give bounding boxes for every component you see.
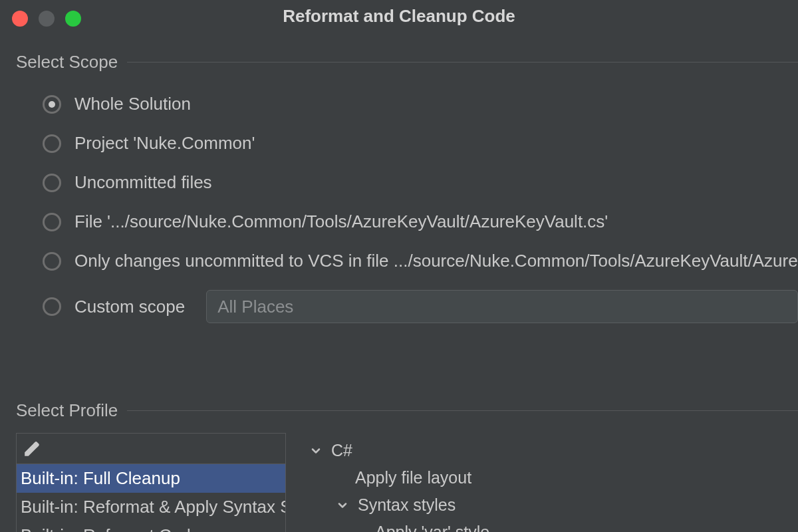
radio-label: File '.../source/Nuke.Common/Tools/Azure… [74, 211, 608, 232]
window-controls [12, 11, 81, 27]
profile-item-reformat-code[interactable]: Built-in: Reformat Code [17, 521, 285, 532]
radio-icon [43, 213, 61, 231]
select-scope-header: Select Scope [0, 32, 798, 72]
scope-option-custom[interactable]: Custom scope All Places [43, 281, 798, 332]
edit-icon[interactable] [23, 440, 41, 458]
tree-label: Apply 'var' style [375, 523, 489, 532]
divider [127, 62, 798, 63]
profile-toolbar [17, 434, 285, 464]
minimize-window-button[interactable] [39, 11, 55, 27]
radio-label: Project 'Nuke.Common' [74, 133, 255, 154]
radio-label: Only changes uncommitted to VCS in file … [74, 251, 798, 271]
tree-label: Syntax styles [358, 495, 456, 515]
profile-item-full-cleanup[interactable]: Built-in: Full Cleanup [17, 464, 285, 493]
divider [127, 410, 798, 411]
window-title: Reformat and Cleanup Code [283, 6, 515, 27]
radio-icon [43, 95, 61, 114]
custom-scope-placeholder: All Places [217, 297, 293, 317]
tree-label: Apply file layout [355, 468, 471, 487]
tree-node-csharp[interactable]: C# [309, 437, 798, 464]
radio-icon [43, 134, 61, 153]
scope-option-project[interactable]: Project 'Nuke.Common' [43, 124, 798, 163]
chevron-down-icon [335, 499, 350, 512]
chevron-down-icon [309, 444, 323, 458]
scope-options: Whole Solution Project 'Nuke.Common' Unc… [0, 72, 798, 332]
scope-option-whole-solution[interactable]: Whole Solution [43, 84, 798, 124]
tree-leaf-apply-var-style[interactable]: Apply 'var' style [309, 519, 798, 532]
select-scope-label: Select Scope [16, 52, 118, 72]
tree-label: C# [331, 441, 352, 460]
close-window-button[interactable] [12, 11, 28, 27]
maximize-window-button[interactable] [65, 11, 81, 27]
select-profile-label: Select Profile [16, 400, 118, 421]
custom-scope-select[interactable]: All Places [206, 290, 798, 323]
select-profile-header: Select Profile [0, 380, 798, 421]
titlebar: Reformat and Cleanup Code [0, 0, 798, 32]
radio-label: Custom scope [74, 297, 185, 317]
tree-node-syntax-styles[interactable]: Syntax styles [309, 491, 798, 519]
radio-icon [43, 174, 61, 192]
radio-icon [43, 297, 61, 316]
radio-label: Whole Solution [74, 94, 191, 114]
tree-leaf-apply-file-layout[interactable]: Apply file layout [309, 464, 798, 491]
scope-option-vcs-changes-in-file[interactable]: Only changes uncommitted to VCS in file … [43, 241, 798, 281]
profile-list: Built-in: Full Cleanup Built-in: Reforma… [17, 464, 285, 532]
profile-detail-tree: C# Apply file layout Syntax styles Apply… [309, 433, 798, 532]
radio-label: Uncommitted files [74, 172, 212, 193]
profile-list-panel: Built-in: Full Cleanup Built-in: Reforma… [16, 433, 286, 532]
scope-option-file[interactable]: File '.../source/Nuke.Common/Tools/Azure… [43, 202, 798, 241]
profile-item-reformat-syntax[interactable]: Built-in: Reformat & Apply Syntax Style [17, 493, 285, 521]
radio-icon [43, 252, 61, 271]
scope-option-uncommitted-files[interactable]: Uncommitted files [43, 163, 798, 202]
